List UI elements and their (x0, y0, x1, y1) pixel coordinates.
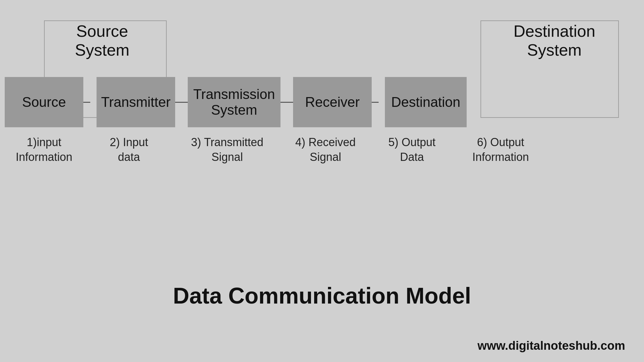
source-block: Source (5, 77, 83, 127)
connector-2 (175, 102, 188, 103)
label-destination: 5) Output Data (371, 135, 453, 165)
blocks-row: Source Transmitter Transmission System R… (0, 77, 644, 127)
transmission-block: Transmission System (188, 77, 280, 127)
label-source: 1)input Information (5, 135, 83, 165)
page-title: Data Communication Model (0, 283, 644, 309)
connector-4 (372, 102, 379, 103)
transmitter-block: Transmitter (97, 77, 175, 127)
receiver-block: Receiver (293, 77, 372, 127)
destination-system-label: Destination System (491, 22, 617, 60)
label-transmission: 3) Transmitted Signal (181, 135, 274, 165)
label-transmitter: 2) Input data (90, 135, 168, 165)
connector-1 (83, 102, 90, 103)
label-output-info: 6) Output Information (460, 135, 541, 165)
destination-block: Destination (385, 77, 467, 127)
watermark: www.digitalnoteshub.com (478, 339, 625, 353)
source-system-label: Source System (50, 22, 154, 60)
labels-row: 1)input Information 2) Input data 3) Tra… (0, 135, 644, 165)
connector-3 (280, 102, 293, 103)
label-receiver: 4) Received Signal (286, 135, 365, 165)
